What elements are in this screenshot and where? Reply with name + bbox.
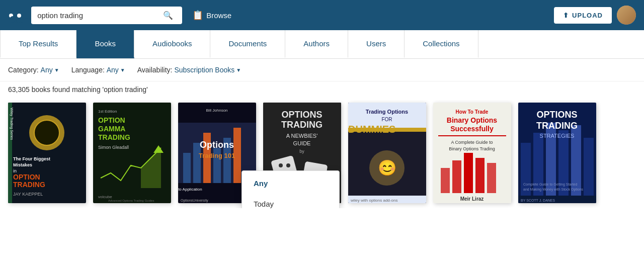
svg-text:Options: Options (200, 140, 234, 150)
tab-authors[interactable]: Authors (285, 30, 348, 58)
browse-label: Browse (206, 11, 231, 20)
svg-rect-64 (438, 135, 506, 136)
svg-text:Successfully: Successfully (450, 125, 494, 133)
svg-text:OPTIONS: OPTIONS (536, 110, 577, 120)
category-value: Any (41, 66, 53, 74)
language-label: Language: (71, 66, 105, 74)
results-count: 63,305 books found matching 'option trad… (0, 81, 644, 98)
svg-text:Meir Liraz: Meir Liraz (460, 196, 484, 202)
language-value: Any (107, 66, 119, 74)
svg-rect-74 (521, 143, 531, 203)
svg-text:OptionsUniversity: OptionsUniversity (181, 199, 208, 203)
availability-filter: Availability: Subscription Books ▼ (137, 66, 241, 74)
dropdown-option-any[interactable]: Any (242, 173, 339, 194)
header-right: ⬆ UPLOAD (554, 6, 636, 25)
svg-text:STRATEGIES: STRATEGIES (540, 133, 575, 139)
svg-text:TRADING: TRADING (13, 181, 45, 189)
list-item[interactable]: OPTIONS TRADING STRATEGIES BY SCOTT J. D… (518, 103, 596, 203)
upload-button[interactable]: ⬆ UPLOAD (554, 7, 612, 24)
list-item[interactable]: The Four Biggest Mistakes in OPTION TRAD… (8, 103, 86, 203)
avatar-image (617, 6, 636, 25)
svg-rect-71 (487, 163, 496, 193)
category-dropdown[interactable]: Any ▼ (41, 66, 59, 74)
svg-text:A NEWBIES': A NEWBIES' (286, 133, 318, 139)
svg-text:volcube: volcube (98, 195, 112, 199)
svg-point-37 (279, 163, 283, 167)
upload-label: UPLOAD (572, 12, 603, 19)
avatar[interactable] (617, 6, 636, 25)
list-item[interactable]: 1st Edition OPTION GAMMA TRADING Simon G… (93, 103, 171, 203)
logo[interactable]: Scribd (8, 9, 21, 22)
svg-point-38 (286, 163, 290, 167)
svg-rect-68 (452, 160, 461, 193)
tab-top-results[interactable]: Top Results (0, 30, 76, 58)
tabs-bar: Top Results Books Audiobooks Documents A… (0, 30, 644, 59)
svg-text:Trading Options: Trading Options (366, 109, 408, 115)
dropdown-option-today[interactable]: Today (242, 194, 339, 208)
header: Scribd 🔍 📋 Browse ⬆ UPLOAD (0, 0, 644, 30)
category-arrow-icon: ▼ (54, 67, 59, 73)
svg-text:OPTION: OPTION (98, 116, 125, 124)
svg-text:From Theory to Application: From Theory to Application (178, 187, 202, 192)
books-grid: The Four Biggest Mistakes in OPTION TRAD… (0, 98, 644, 208)
svg-rect-79 (584, 138, 594, 203)
svg-point-2 (34, 120, 59, 145)
svg-text:BY SCOTT J. DANES: BY SCOTT J. DANES (521, 199, 555, 202)
svg-rect-55 (348, 128, 426, 132)
availability-arrow-icon: ▼ (236, 67, 241, 73)
svg-rect-75 (533, 133, 543, 203)
search-bar: 🔍 (31, 7, 182, 24)
list-item[interactable]: Trading Options FOR DUMMIES 😊 wiley with… (348, 103, 426, 203)
svg-text:A Complete Guide to: A Complete Guide to (451, 140, 493, 145)
language-filter: Language: Any ▼ (71, 66, 125, 74)
language-dropdown[interactable]: Any ▼ (107, 66, 125, 74)
tab-documents[interactable]: Documents (210, 30, 285, 58)
svg-text:Advanced Options Trading Guide: Advanced Options Trading Guides (108, 199, 154, 202)
category-filter: Category: Any ▼ (8, 66, 59, 74)
date-filter-dropdown: Any Today 1 Week 1 Month 1 Year (242, 170, 340, 208)
availability-value: Subscription Books (174, 66, 234, 74)
main-content: Category: Any ▼ Language: Any ▼ Availabi… (0, 59, 644, 208)
browse-button[interactable]: 📋 Browse (192, 10, 231, 21)
tab-users[interactable]: Users (348, 30, 405, 58)
results-count-text: 63,305 books found matching 'option trad… (8, 85, 148, 94)
svg-text:Binary Options Trading: Binary Options Trading (449, 146, 495, 151)
svg-text:wiley with options add-ons: wiley with options add-ons (350, 198, 397, 203)
svg-text:Wiley Trading Series: Wiley Trading Series (10, 108, 14, 140)
svg-text:FOR: FOR (381, 117, 392, 122)
svg-text:TRADING: TRADING (536, 121, 578, 131)
availability-label: Availability: (137, 66, 173, 74)
search-input[interactable] (31, 7, 157, 24)
svg-text:Trading 101: Trading 101 (199, 152, 235, 159)
svg-text:😊: 😊 (378, 159, 397, 177)
tab-books[interactable]: Books (76, 30, 134, 58)
tab-audiobooks[interactable]: Audiobooks (134, 30, 210, 58)
svg-rect-69 (464, 153, 473, 193)
svg-rect-77 (558, 130, 569, 203)
svg-text:Mistakes: Mistakes (13, 162, 32, 167)
logo-text: Scribd (9, 14, 13, 18)
category-label: Category: (8, 66, 39, 74)
svg-text:TRADING: TRADING (98, 133, 130, 141)
search-icon: 🔍 (163, 11, 173, 20)
browse-icon: 📋 (192, 10, 203, 21)
svg-text:OPTION: OPTION (13, 173, 40, 181)
availability-dropdown[interactable]: Subscription Books ▼ (174, 66, 241, 74)
filters-bar: Category: Any ▼ Language: Any ▼ Availabi… (0, 59, 644, 81)
language-arrow-icon: ▼ (120, 67, 125, 73)
svg-text:1st Edition: 1st Edition (98, 109, 117, 114)
search-button[interactable]: 🔍 (157, 7, 179, 24)
svg-rect-24 (183, 153, 191, 183)
svg-text:OPTIONS: OPTIONS (281, 110, 322, 120)
svg-text:Complete Guide to Getting Star: Complete Guide to Getting Started (523, 183, 577, 187)
svg-text:GUIDE: GUIDE (293, 140, 311, 146)
svg-rect-67 (441, 168, 450, 193)
tab-collections[interactable]: Collections (405, 30, 478, 58)
svg-text:How To Trade: How To Trade (456, 109, 489, 115)
upload-icon: ⬆ (563, 12, 569, 19)
svg-text:by: by (299, 149, 304, 154)
list-item[interactable]: How To Trade Binary Options Successfully… (433, 103, 511, 203)
svg-text:Simon Gleadall: Simon Gleadall (98, 145, 129, 150)
svg-text:and Making Money with Stock Op: and Making Money with Stock Options (523, 188, 584, 192)
svg-text:The Four Biggest: The Four Biggest (13, 156, 50, 161)
